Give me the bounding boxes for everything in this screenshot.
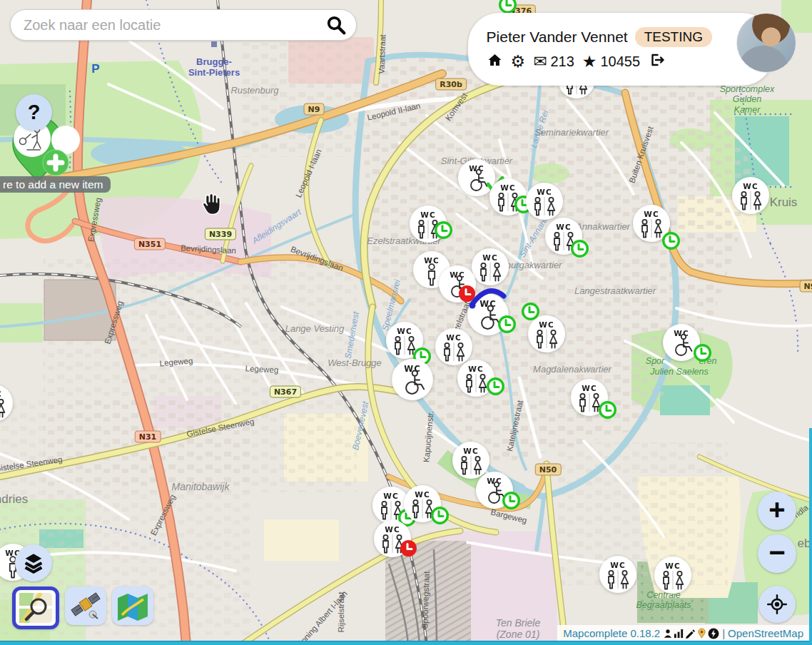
- osm-map-magnifier-icon: [19, 593, 52, 623]
- background-option-map[interactable]: [12, 586, 59, 629]
- user-panel: Pieter Vander Vennet TESTING ⚙ ✉ 213 ★ 1…: [468, 13, 773, 86]
- search-icon[interactable]: [325, 14, 347, 36]
- svg-text:WC: WC: [446, 333, 461, 342]
- minus-icon: −: [768, 538, 785, 567]
- toilet-marker[interactable]: WC: [409, 205, 447, 246]
- attribution-separator: |: [722, 627, 725, 639]
- toilet-marker[interactable]: WC: [373, 519, 412, 561]
- gear-icon[interactable]: ⚙: [511, 54, 526, 70]
- svg-text:WC: WC: [424, 256, 439, 265]
- edit-icon[interactable]: [685, 628, 696, 639]
- toilet-marker[interactable]: WC: [570, 378, 609, 420]
- svg-text:WC: WC: [383, 492, 398, 500]
- user-name: Pieter Vander Vennet: [487, 29, 628, 46]
- svg-text:WC: WC: [743, 182, 758, 191]
- crosshair-icon: [765, 592, 789, 616]
- satellite-icon: [69, 591, 102, 621]
- search-bar: [10, 9, 357, 41]
- statistics-icon[interactable]: [674, 628, 684, 639]
- community-icon[interactable]: [663, 628, 673, 639]
- folded-map-icon: [116, 591, 149, 621]
- attribution-bar: Mapcomplete 0.18.2 | OpenStreetMap: [557, 625, 809, 641]
- svg-text:WC: WC: [420, 210, 435, 219]
- license-icon[interactable]: [708, 628, 719, 639]
- svg-text:WC: WC: [463, 447, 478, 455]
- svg-text:WC: WC: [582, 384, 597, 392]
- svg-text:WC: WC: [556, 223, 571, 231]
- messages-count: 213: [550, 54, 574, 70]
- svg-text:WC: WC: [644, 210, 659, 218]
- toilet-marker[interactable]: WC: [527, 315, 566, 356]
- zoom-in-button[interactable]: +: [758, 492, 796, 530]
- svg-text:WC: WC: [385, 525, 400, 534]
- openstreetmap-link[interactable]: OpenStreetMap: [728, 627, 803, 639]
- toilet-marker[interactable]: WC: [391, 358, 434, 404]
- toilet-marker[interactable]: WC: [662, 323, 701, 365]
- help-button[interactable]: ?: [16, 94, 52, 131]
- svg-text:WC: WC: [537, 188, 552, 196]
- svg-text:WC: WC: [415, 490, 430, 499]
- geolocate-button[interactable]: [758, 586, 796, 623]
- toilet-marker[interactable]: WC: [489, 178, 527, 219]
- star-icon: ★: [582, 54, 597, 70]
- changesets-item[interactable]: ★ 10455: [582, 54, 640, 70]
- toilet-marker[interactable]: WC: [731, 176, 770, 218]
- changesets-count: 10455: [600, 54, 640, 70]
- toilet-marker[interactable]: WC: [471, 248, 509, 289]
- toilet-marker[interactable]: WC: [632, 204, 671, 245]
- toilet-marker[interactable]: WC: [467, 293, 509, 339]
- background-switcher: [12, 586, 153, 629]
- messages-item[interactable]: ✉ 213: [533, 54, 574, 70]
- attribution-icons: [663, 628, 719, 639]
- window-edge-right[interactable]: [809, 428, 812, 645]
- layers-icon: [21, 552, 46, 574]
- testing-badge: TESTING: [635, 27, 712, 47]
- svg-text:WC: WC: [610, 561, 625, 569]
- toilet-marker[interactable]: WC: [544, 217, 583, 258]
- svg-text:WC: WC: [539, 320, 554, 329]
- toilet-marker[interactable]: WC: [654, 556, 692, 597]
- toilet-marker[interactable]: WC: [0, 384, 14, 425]
- plus-icon: +: [768, 495, 785, 524]
- mapcomplete-app: Brugge- Sint-PietersRustenburgVaartstraa…: [0, 0, 812, 645]
- svg-text:WC: WC: [468, 365, 483, 373]
- svg-text:WC: WC: [665, 562, 680, 570]
- search-input[interactable]: [11, 17, 325, 34]
- svg-text:WC: WC: [500, 183, 515, 192]
- toilet-marker[interactable]: WC: [457, 359, 495, 400]
- zoom-out-button[interactable]: −: [758, 534, 796, 573]
- logout-icon[interactable]: [648, 51, 666, 72]
- toilet-marker[interactable]: WC: [475, 471, 514, 512]
- svg-text:WC: WC: [482, 253, 497, 262]
- background-option-folded-map[interactable]: [112, 586, 153, 625]
- theme-icon[interactable]: [696, 628, 707, 639]
- window-edge-bottom: [0, 641, 812, 645]
- toilet-marker[interactable]: WC: [385, 321, 424, 362]
- home-icon[interactable]: [487, 52, 503, 71]
- mail-icon: ✉: [533, 54, 547, 70]
- add-item-tooltip: re to add a new item: [0, 176, 111, 193]
- mapcomplete-version-link[interactable]: Mapcomplete 0.18.2: [563, 627, 660, 639]
- background-option-satellite[interactable]: [65, 586, 106, 625]
- svg-text:WC: WC: [397, 327, 412, 335]
- layers-button[interactable]: [15, 544, 52, 581]
- svg-text:WC: WC: [0, 390, 2, 398]
- toilet-marker[interactable]: WC: [599, 555, 637, 596]
- avatar[interactable]: [736, 13, 796, 73]
